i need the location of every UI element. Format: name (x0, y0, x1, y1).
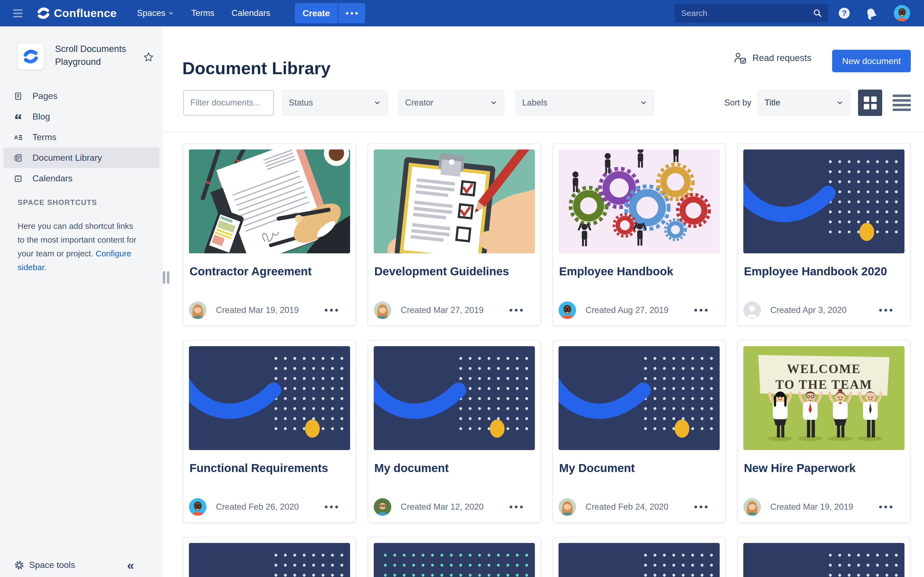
document-card[interactable] (183, 537, 356, 577)
created-date: Created Feb 24, 2020 (585, 502, 669, 512)
confluence-space-icon (23, 48, 39, 64)
document-card[interactable]: My Document Created Feb 24, 2020 (552, 340, 726, 522)
sidebar-item-document-library[interactable]: Document Library (3, 148, 160, 168)
nav-item-calendars[interactable]: Calendars (231, 8, 270, 18)
document-card[interactable] (552, 537, 726, 577)
collapse-sidebar-button[interactable]: « (127, 558, 134, 572)
space-shortcuts-heading: SPACE SHORTCUTS (18, 198, 97, 207)
default-cover-illustration (743, 150, 905, 253)
document-card[interactable]: Employee Handbook Created Aug 27, 2019 (552, 143, 726, 326)
created-date: Created Aug 27, 2019 (585, 305, 669, 315)
creator-avatar (559, 498, 576, 516)
card-menu-button[interactable] (510, 309, 523, 311)
card-footer: Created Feb 26, 2020 (189, 498, 350, 516)
sort-by-label: Sort by (724, 98, 751, 108)
user-avatar[interactable] (894, 5, 910, 21)
new-document-button[interactable]: New document (832, 50, 911, 72)
library-icon (14, 153, 23, 163)
created-date: Created Mar 19, 2019 (216, 305, 299, 315)
grid-icon (864, 97, 869, 102)
document-card[interactable]: Employee Handbook 2020 Created Apr 3, 20… (737, 143, 911, 326)
svg-text:TO THE TEAM: TO THE TEAM (775, 377, 872, 392)
card-menu-button[interactable] (510, 506, 523, 508)
document-card[interactable]: WELCOME TO THE TEAM New Hire Paperwork C… (737, 340, 911, 522)
sort-dropdown[interactable]: Title (758, 90, 851, 116)
document-card[interactable] (368, 537, 541, 577)
document-title: Employee Handbook (559, 265, 673, 278)
confluence-logo[interactable]: Confluence (37, 0, 116, 26)
space-tools-button[interactable]: Space tools (14, 560, 75, 570)
card-footer: Created Mar 12, 2020 (374, 498, 535, 516)
default-cover-illustration (374, 346, 535, 450)
card-footer: Created Feb 24, 2020 (559, 498, 720, 516)
filter-documents-input[interactable] (183, 90, 274, 115)
card-menu-button[interactable] (695, 309, 708, 311)
default-cover-illustration (559, 346, 720, 450)
card-menu-button[interactable] (695, 506, 708, 508)
space-shortcuts-text: Here you can add shortcut links to the m… (18, 219, 141, 274)
space-logo[interactable] (18, 44, 44, 70)
app-switcher-menu-icon[interactable] (13, 8, 24, 19)
sidebar-menu: Pages Blog A Terms (0, 86, 163, 189)
space-name[interactable]: Scroll Documents Playground (55, 42, 143, 68)
svg-text:WELCOME: WELCOME (787, 362, 861, 376)
card-menu-button[interactable] (325, 309, 338, 311)
dots-cover-illustration (189, 543, 350, 577)
creator-avatar (374, 301, 391, 319)
chevron-down-icon (168, 10, 174, 16)
nav-item-terms[interactable]: Terms (191, 8, 214, 18)
document-title: Employee Handbook 2020 (744, 265, 887, 278)
creator-avatar (374, 498, 391, 516)
list-icon (893, 95, 911, 97)
top-navigation-bar: Confluence Spaces Terms Calendars Create… (0, 0, 924, 26)
created-date: Created Apr 3, 2020 (770, 305, 846, 315)
calendar-icon (14, 174, 23, 183)
create-more-button[interactable] (338, 3, 365, 23)
creator-avatar (189, 301, 207, 319)
card-menu-button[interactable] (325, 506, 338, 508)
document-card-grid: Contractor Agreement Created Mar 19, 201… (183, 143, 911, 577)
document-title: My document (374, 462, 449, 475)
sidebar-item-blog[interactable]: Blog (0, 106, 163, 127)
brand-name: Confluence (54, 7, 116, 20)
creator-avatar (743, 498, 761, 516)
help-icon[interactable]: ? (839, 8, 850, 19)
create-button[interactable]: Create (295, 3, 338, 23)
quote-icon (14, 112, 23, 121)
card-menu-button[interactable] (879, 506, 892, 508)
grid-view-button[interactable] (858, 90, 882, 116)
sidebar-item-pages[interactable]: Pages (0, 86, 163, 106)
labels-dropdown[interactable]: Labels (515, 90, 654, 116)
default-cover-illustration (189, 346, 350, 450)
card-menu-button[interactable] (879, 309, 892, 311)
filter-toolbar: Status Creator Labels Sort by Title (183, 90, 911, 116)
favorite-star-icon[interactable] (143, 52, 154, 63)
search-input[interactable] (675, 8, 813, 18)
document-card[interactable] (737, 537, 911, 577)
sidebar-item-calendars[interactable]: Calendars (0, 168, 163, 189)
card-footer: Created Mar 19, 2019 (189, 301, 350, 319)
creator-dropdown[interactable]: Creator (398, 90, 505, 116)
created-date: Created Mar 12, 2020 (401, 502, 484, 512)
document-title: New Hire Paperwork (744, 462, 856, 475)
page-icon (14, 92, 23, 101)
glossary-icon: A (14, 133, 23, 142)
document-card[interactable]: My document Created Mar 12, 2020 (368, 340, 541, 522)
status-dropdown[interactable]: Status (282, 90, 388, 116)
read-requests-button[interactable]: Read requests (734, 52, 811, 64)
sidebar-resize-handle[interactable] (163, 271, 170, 285)
sidebar-item-terms[interactable]: A Terms (0, 127, 163, 148)
dots-cover-illustration (743, 543, 905, 577)
document-card[interactable]: Contractor Agreement Created Mar 19, 201… (183, 143, 356, 326)
notifications-bell-icon[interactable] (865, 7, 877, 19)
global-search (675, 4, 828, 23)
chevron-down-icon (490, 99, 498, 106)
document-card[interactable]: Functional Requirements Created Feb 26, … (183, 340, 356, 522)
search-icon[interactable] (813, 8, 822, 18)
card-footer: Created Apr 3, 2020 (743, 301, 905, 319)
svg-text:A: A (14, 134, 18, 140)
nav-item-spaces[interactable]: Spaces (137, 8, 174, 18)
list-view-button[interactable] (893, 95, 911, 111)
document-card[interactable]: Development Guidelines Created Mar 27, 2… (368, 143, 541, 326)
read-requests-icon (734, 52, 746, 64)
